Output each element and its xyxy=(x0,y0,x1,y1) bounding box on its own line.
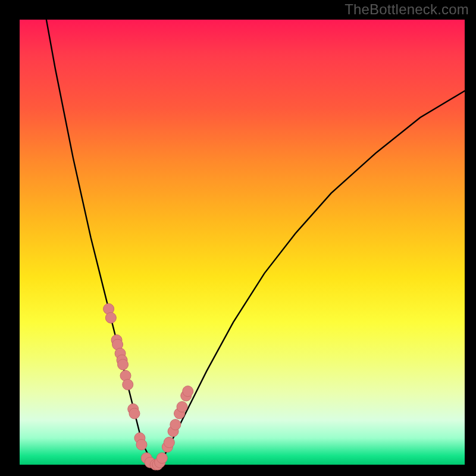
highlight-point xyxy=(164,437,174,448)
plot-area xyxy=(20,20,465,465)
highlight-point xyxy=(123,379,133,390)
highlight-point xyxy=(170,419,181,430)
highlight-point xyxy=(136,439,147,450)
highlight-point xyxy=(118,359,129,370)
curve-layer xyxy=(46,20,465,465)
highlight-point xyxy=(129,408,140,419)
watermark-text: TheBottleneck.com xyxy=(345,1,469,18)
marker-layer xyxy=(104,303,193,470)
bottleneck-curve xyxy=(46,20,465,465)
chart-svg xyxy=(20,20,465,465)
chart-frame: TheBottleneck.com xyxy=(0,0,476,476)
highlight-point xyxy=(156,453,167,464)
highlight-point xyxy=(177,402,187,412)
highlight-point xyxy=(183,386,193,397)
highlight-point xyxy=(105,312,116,323)
